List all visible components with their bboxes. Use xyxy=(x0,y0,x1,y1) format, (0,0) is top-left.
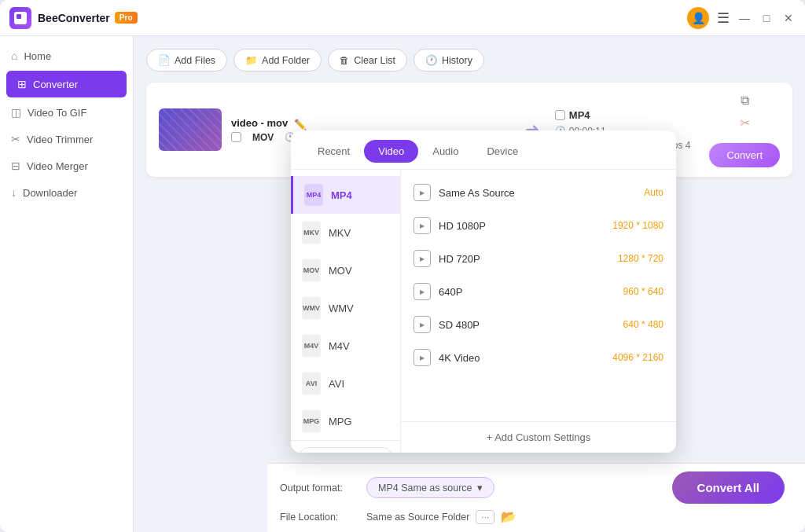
quality-icon: ▶ xyxy=(414,217,431,234)
output-format-select[interactable]: MP4 Same as source ▾ xyxy=(366,477,494,498)
folder-path: Same as Source Folder ··· 📂 xyxy=(366,509,516,524)
format-list: MP4 MP4 MKV MKV MOV MOV WMV xyxy=(291,170,401,453)
file-actions: ⧉ ✂ Convert xyxy=(709,92,780,167)
minimize-button[interactable]: — xyxy=(737,11,752,25)
file-name: video - mov xyxy=(231,117,288,129)
format-item-mp4[interactable]: MP4 MP4 xyxy=(291,176,400,214)
title-bar-controls: 👤 ☰ — □ ✕ xyxy=(687,7,796,29)
source-checkbox[interactable] xyxy=(231,132,241,142)
output-format-row: Output format: MP4 Same as source ▾ Conv… xyxy=(280,471,792,504)
quality-icon: ▶ xyxy=(414,283,431,300)
convert-button[interactable]: Convert xyxy=(709,143,780,167)
maximize-button[interactable]: □ xyxy=(759,11,774,25)
format-label-mpg: MPG xyxy=(329,416,352,427)
quality-name: Same As Source xyxy=(439,187,636,199)
quality-same-as-source[interactable]: ▶ Same As Source Auto xyxy=(401,176,676,209)
tab-audio[interactable]: Audio xyxy=(418,140,472,163)
edit-icon[interactable]: ✏️ xyxy=(294,119,307,130)
sidebar-item-home[interactable]: ⌂ Home xyxy=(0,42,133,69)
folder-path-value: Same as Source Folder xyxy=(366,512,469,523)
sidebar-item-video-trimmer[interactable]: ✂ Video Trimmer xyxy=(0,126,133,152)
clear-icon: 🗑 xyxy=(340,55,350,66)
tab-recent[interactable]: Recent xyxy=(303,140,364,163)
convert-all-button[interactable]: Convert All xyxy=(672,471,785,504)
file-thumbnail xyxy=(159,108,222,151)
format-item-m4v[interactable]: M4V M4V xyxy=(291,327,400,365)
title-bar: BeeConverter Pro 👤 ☰ — □ ✕ xyxy=(0,0,805,36)
quality-res: 960 * 640 xyxy=(623,286,663,297)
sidebar-item-converter[interactable]: ⊞ Converter xyxy=(6,71,127,97)
add-folder-label: Add Folder xyxy=(262,55,310,66)
gif-icon: ◫ xyxy=(11,106,21,119)
content-area: 📄 Add Files 📁 Add Folder 🗑 Clear List 🕐 … xyxy=(134,36,805,532)
quality-name: 640P xyxy=(439,286,616,298)
clear-list-button[interactable]: 🗑 Clear List xyxy=(328,49,407,72)
quality-name: HD 720P xyxy=(439,253,610,265)
avatar[interactable]: 👤 xyxy=(687,7,709,29)
search-input[interactable] xyxy=(299,447,392,453)
quality-res: 1920 * 1080 xyxy=(612,220,663,231)
quality-640p[interactable]: ▶ 640P 960 * 640 xyxy=(401,275,676,308)
format-label-avi: AVI xyxy=(329,378,344,390)
history-button[interactable]: 🕐 History xyxy=(414,49,484,72)
quality-res: 640 * 480 xyxy=(623,319,663,330)
format-item-mpg[interactable]: MPG MPG xyxy=(291,402,400,440)
chevron-down-icon: ▾ xyxy=(477,482,483,493)
quality-list: ▶ Same As Source Auto ▶ HD 1080P 1920 * … xyxy=(401,170,676,421)
converter-icon: ⊞ xyxy=(17,78,27,90)
target-checkbox[interactable] xyxy=(555,110,565,120)
quality-res: 4096 * 2160 xyxy=(612,352,663,363)
home-icon: ⌂ xyxy=(11,50,17,62)
clear-list-label: Clear List xyxy=(354,55,395,66)
format-label-wmv: WMV xyxy=(329,303,354,314)
quality-name: HD 1080P xyxy=(439,220,605,232)
folder-dots-button[interactable]: ··· xyxy=(476,510,494,524)
mp4-icon: MP4 xyxy=(304,184,323,206)
add-folder-button[interactable]: 📁 Add Folder xyxy=(233,49,322,72)
sidebar-item-label: Video To GIF xyxy=(28,107,86,119)
history-label: History xyxy=(442,55,472,66)
sidebar-item-video-merger[interactable]: ⊟ Video Merger xyxy=(0,152,133,179)
quality-4k-video[interactable]: ▶ 4K Video 4096 * 2160 xyxy=(401,341,676,374)
format-label-mp4: MP4 xyxy=(331,189,352,201)
menu-button[interactable]: ☰ xyxy=(717,9,730,27)
quality-hd-1080p[interactable]: ▶ HD 1080P 1920 * 1080 xyxy=(401,209,676,242)
sidebar-item-label: Home xyxy=(24,50,51,62)
delete-button[interactable]: ✂ xyxy=(738,114,752,132)
quality-sd-480p[interactable]: ▶ SD 480P 640 * 480 xyxy=(401,308,676,341)
pro-badge: Pro xyxy=(115,12,138,24)
quality-icon: ▶ xyxy=(414,250,431,267)
bottom-bar: Output format: MP4 Same as source ▾ Conv… xyxy=(267,463,805,532)
quality-name: SD 480P xyxy=(439,319,616,331)
format-item-avi[interactable]: AVI AVI xyxy=(291,365,400,402)
sidebar: ⌂ Home ⊞ Converter ◫ Video To GIF ✂ Vide… xyxy=(0,36,134,532)
add-custom-settings-button[interactable]: + Add Custom Settings xyxy=(401,421,676,453)
tab-device[interactable]: Device xyxy=(472,140,532,163)
quality-hd-720p[interactable]: ▶ HD 720P 1280 * 720 xyxy=(401,242,676,275)
source-format: MOV xyxy=(252,132,274,143)
avi-icon: AVI xyxy=(302,372,321,394)
mpg-icon: MPG xyxy=(302,410,321,432)
add-files-label: Add Files xyxy=(175,55,215,66)
open-folder-button[interactable]: 📂 xyxy=(501,509,516,524)
output-format-value: MP4 Same as source xyxy=(378,482,472,493)
sidebar-item-label: Converter xyxy=(33,79,78,90)
close-button[interactable]: ✕ xyxy=(781,11,796,25)
target-format-label: MP4 xyxy=(569,109,590,121)
format-item-wmv[interactable]: WMV WMV xyxy=(291,289,400,327)
toolbar: 📄 Add Files 📁 Add Folder 🗑 Clear List 🕐 … xyxy=(146,49,792,72)
format-item-mov[interactable]: MOV MOV xyxy=(291,251,400,289)
quality-icon: ▶ xyxy=(414,349,431,366)
sidebar-item-downloader[interactable]: ↓ Downloader xyxy=(0,179,133,206)
sidebar-item-video-to-gif[interactable]: ◫ Video To GIF xyxy=(0,99,133,126)
format-item-mkv[interactable]: MKV MKV xyxy=(291,214,400,251)
search-container xyxy=(291,440,400,453)
copy-settings-button[interactable]: ⧉ xyxy=(739,92,751,109)
merger-icon: ⊟ xyxy=(11,160,20,172)
format-label-mov: MOV xyxy=(329,265,352,277)
file-location-label: File Location: xyxy=(280,512,358,523)
add-folder-icon: 📁 xyxy=(245,54,258,66)
tab-video[interactable]: Video xyxy=(364,140,418,163)
quality-icon: ▶ xyxy=(414,184,431,201)
add-files-button[interactable]: 📄 Add Files xyxy=(146,49,227,72)
